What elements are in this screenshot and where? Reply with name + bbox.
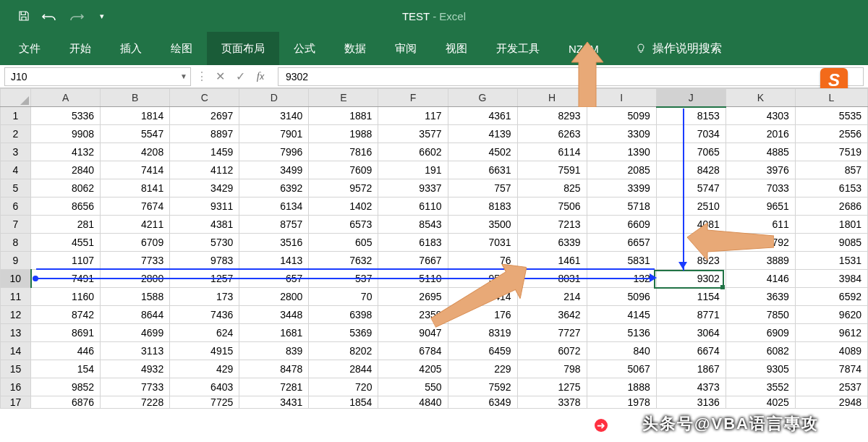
cell[interactable]: 3500 bbox=[448, 216, 517, 234]
cell[interactable]: 5096 bbox=[587, 288, 656, 306]
redo-icon[interactable] bbox=[65, 5, 87, 27]
cell[interactable]: 429 bbox=[170, 360, 239, 378]
cell[interactable]: 605 bbox=[309, 234, 378, 252]
tab-文件[interactable]: 文件 bbox=[4, 32, 55, 65]
cell[interactable]: 7031 bbox=[448, 234, 517, 252]
cell[interactable]: 4208 bbox=[101, 143, 170, 161]
cell[interactable]: 6349 bbox=[448, 396, 517, 409]
cell[interactable]: 8478 bbox=[239, 360, 309, 378]
row-header[interactable]: 8 bbox=[1, 234, 31, 252]
cell[interactable]: 1459 bbox=[170, 143, 239, 161]
cell[interactable]: 2085 bbox=[587, 161, 656, 179]
cell[interactable]: 8691 bbox=[31, 324, 101, 342]
tab-插入[interactable]: 插入 bbox=[106, 32, 156, 65]
cell[interactable]: 2697 bbox=[170, 107, 239, 125]
tab-视图[interactable]: 视图 bbox=[431, 32, 482, 65]
cell[interactable]: 2016 bbox=[726, 125, 795, 143]
cell[interactable]: 3984 bbox=[795, 270, 867, 288]
cell[interactable]: 3577 bbox=[378, 125, 448, 143]
column-header[interactable]: B bbox=[101, 89, 170, 107]
cell[interactable]: 5369 bbox=[309, 324, 378, 342]
cell[interactable]: 6082 bbox=[726, 342, 795, 360]
cell[interactable]: 191 bbox=[378, 161, 448, 179]
cell[interactable]: 2948 bbox=[795, 396, 867, 409]
cell[interactable]: 7414 bbox=[101, 161, 170, 179]
column-header[interactable]: D bbox=[239, 89, 309, 107]
row-header[interactable]: 4 bbox=[1, 161, 31, 179]
cell[interactable]: 7733 bbox=[101, 252, 170, 270]
cell[interactable]: 8062 bbox=[31, 179, 101, 197]
cell[interactable]: 2537 bbox=[795, 378, 867, 396]
cell[interactable]: 4303 bbox=[726, 107, 795, 125]
cell[interactable]: 5831 bbox=[587, 252, 656, 270]
cell[interactable]: 7901 bbox=[239, 125, 309, 143]
cell[interactable]: 6110 bbox=[378, 197, 448, 216]
cell[interactable]: 1988 bbox=[309, 125, 378, 143]
column-header[interactable]: L bbox=[795, 89, 867, 107]
cell[interactable]: 3431 bbox=[239, 396, 309, 409]
cell[interactable]: 154 bbox=[31, 360, 101, 378]
tab-公式[interactable]: 公式 bbox=[279, 32, 330, 65]
cell[interactable]: 7213 bbox=[517, 216, 587, 234]
cell[interactable]: 798 bbox=[517, 360, 587, 378]
cell[interactable]: 3429 bbox=[170, 179, 239, 197]
cell[interactable]: 8897 bbox=[170, 125, 239, 143]
cell[interactable]: 4551 bbox=[31, 234, 101, 252]
name-box[interactable]: J10 ▼ bbox=[4, 67, 191, 86]
cell[interactable]: 7674 bbox=[101, 197, 170, 216]
cell[interactable]: 6072 bbox=[517, 342, 587, 360]
cell[interactable]: 720 bbox=[309, 378, 378, 396]
cell[interactable]: 8293 bbox=[517, 107, 587, 125]
row-header[interactable]: 1 bbox=[1, 107, 31, 125]
cell[interactable]: 4112 bbox=[170, 161, 239, 179]
cell[interactable]: 7733 bbox=[101, 378, 170, 396]
cell[interactable]: 3140 bbox=[239, 107, 309, 125]
cell[interactable]: 7727 bbox=[517, 324, 587, 342]
cell[interactable]: 1867 bbox=[656, 360, 726, 378]
cell[interactable]: 8543 bbox=[378, 216, 448, 234]
row-header[interactable]: 14 bbox=[1, 342, 31, 360]
cell[interactable]: 7281 bbox=[239, 378, 309, 396]
fx-icon[interactable]: fx bbox=[250, 67, 271, 86]
cell[interactable]: 8202 bbox=[309, 342, 378, 360]
cell[interactable]: 9572 bbox=[309, 179, 378, 197]
cell[interactable]: 7632 bbox=[309, 252, 378, 270]
cell[interactable]: 624 bbox=[170, 324, 239, 342]
cell[interactable]: 1461 bbox=[517, 252, 587, 270]
cancel-icon[interactable]: ✕ bbox=[210, 67, 230, 86]
cell[interactable]: 4361 bbox=[448, 107, 517, 125]
cell[interactable]: 7609 bbox=[309, 161, 378, 179]
cell[interactable]: 2844 bbox=[309, 360, 378, 378]
row-header[interactable]: 10 bbox=[1, 270, 31, 288]
cell[interactable]: 7519 bbox=[795, 143, 867, 161]
cell[interactable]: 8771 bbox=[656, 306, 726, 324]
tell-me-search[interactable]: 操作说明搜索 bbox=[635, 41, 722, 56]
cell[interactable]: 6631 bbox=[448, 161, 517, 179]
cell[interactable]: 4139 bbox=[448, 125, 517, 143]
cell[interactable]: 6339 bbox=[517, 234, 587, 252]
cell[interactable]: 9908 bbox=[31, 125, 101, 143]
cell[interactable]: 5099 bbox=[587, 107, 656, 125]
cell[interactable]: 1681 bbox=[239, 324, 309, 342]
cell[interactable]: 70 bbox=[309, 288, 378, 306]
cell[interactable]: 1402 bbox=[309, 197, 378, 216]
cell[interactable]: 446 bbox=[31, 342, 101, 360]
cell[interactable]: 6602 bbox=[378, 143, 448, 161]
cell[interactable]: 840 bbox=[587, 342, 656, 360]
cell[interactable]: 6674 bbox=[656, 342, 726, 360]
cell[interactable]: 2840 bbox=[31, 161, 101, 179]
cell[interactable]: 3976 bbox=[726, 161, 795, 179]
cell[interactable]: 3552 bbox=[726, 378, 795, 396]
cell[interactable]: 4885 bbox=[726, 143, 795, 161]
cell[interactable]: 4699 bbox=[101, 324, 170, 342]
cell[interactable]: 4025 bbox=[726, 396, 795, 409]
cell[interactable]: 5336 bbox=[31, 107, 101, 125]
cell[interactable]: 550 bbox=[378, 378, 448, 396]
cell[interactable]: 7506 bbox=[517, 197, 587, 216]
enter-icon[interactable]: ✓ bbox=[230, 67, 250, 86]
cell[interactable]: 1154 bbox=[656, 288, 726, 306]
cell[interactable]: 7874 bbox=[795, 360, 867, 378]
cell[interactable]: 1531 bbox=[795, 252, 867, 270]
row-header[interactable]: 5 bbox=[1, 179, 31, 197]
cell[interactable]: 3136 bbox=[656, 396, 726, 409]
